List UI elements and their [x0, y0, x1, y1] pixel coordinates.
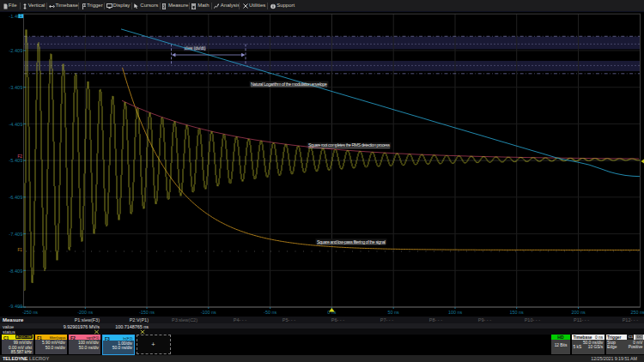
- svg-text:-5.409: -5.409: [9, 158, 22, 163]
- svg-text:-100 ns: -100 ns: [201, 309, 216, 314]
- svg-text:200 ns: 200 ns: [571, 309, 585, 314]
- svg-text:-200 ns: -200 ns: [77, 309, 93, 314]
- svg-text:-9.409: -9.409: [9, 304, 22, 309]
- svg-text:150 ns: 150 ns: [510, 309, 524, 314]
- svg-text:F2: F2: [18, 154, 23, 158]
- svg-text:50 ns: 50 ns: [388, 309, 399, 314]
- svg-text:-7.409: -7.409: [9, 231, 22, 236]
- svg-text:100 ns: 100 ns: [448, 309, 462, 314]
- svg-text:-6.409: -6.409: [9, 195, 22, 200]
- svg-text:-4.409: -4.409: [9, 121, 22, 126]
- svg-text:-150 ns: -150 ns: [139, 309, 155, 314]
- svg-text:F1: F1: [18, 248, 23, 252]
- svg-text:-250 ns: -250 ns: [22, 309, 38, 314]
- svg-text:Natural Logarithm of the modul: Natural Logarithm of the modulation enve…: [251, 81, 327, 86]
- svg-text:-50 ns: -50 ns: [264, 309, 276, 314]
- svg-text:250 ns: 250 ns: [630, 309, 644, 314]
- svg-text:slew (dv/dt): slew (dv/dt): [185, 45, 206, 50]
- svg-text:Square root completes the RMS: Square root completes the RMS detection …: [308, 142, 390, 148]
- svg-text:-3.409: -3.409: [9, 84, 22, 89]
- svg-text:-8.409: -8.409: [9, 268, 22, 273]
- svg-text:Square and low-pass filtering: Square and low-pass filtering of the sig…: [317, 238, 386, 244]
- svg-text:-2.409: -2.409: [9, 48, 22, 53]
